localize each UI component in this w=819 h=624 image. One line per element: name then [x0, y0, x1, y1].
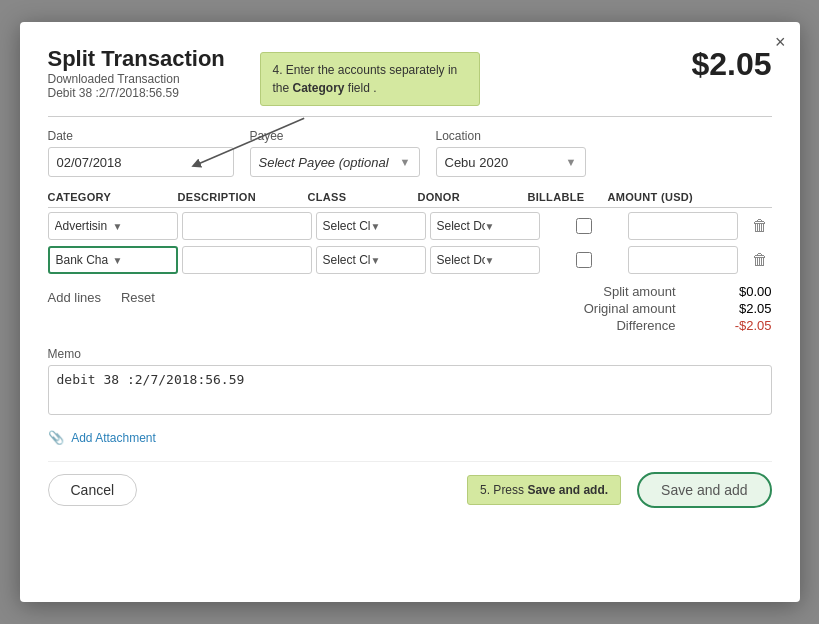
difference-row: Difference -$2.05 [584, 318, 772, 333]
split-transaction-modal: × Split Transaction Downloaded Transacti… [20, 22, 800, 602]
tooltip-bold: Category [293, 81, 345, 95]
donor-value-row2: Select Do [437, 253, 485, 267]
subtitle-line2: Debit 38 :2/7/2018:56.59 [48, 86, 225, 100]
location-value: Cebu 2020 [445, 155, 566, 170]
billable-cell-row2 [544, 252, 624, 268]
description-input-row1[interactable] [182, 212, 312, 240]
delete-row1-button[interactable]: 🗑 [742, 215, 778, 237]
split-amount-row: Split amount $0.00 [584, 284, 772, 299]
class-value-row2: Select Cl [323, 253, 371, 267]
amount-input-row1[interactable] [628, 212, 738, 240]
table-footer-area: Add lines Reset Split amount $0.00 Origi… [48, 284, 772, 347]
reset-button[interactable]: Reset [121, 290, 155, 305]
donor-value-row1: Select Do [437, 219, 485, 233]
category-value-row2: Bank Cha [56, 253, 113, 267]
memo-section: Memo debit 38 :2/7/2018:56.59 [48, 347, 772, 418]
table-row: Advertisin ▼ Select Cl ▼ Select Do ▼ 🗑 [48, 212, 772, 240]
category-caret-row2: ▼ [113, 255, 170, 266]
donor-caret-row1: ▼ [485, 221, 533, 232]
col-description: DESCRIPTION [178, 191, 308, 203]
date-label: Date [48, 129, 234, 143]
class-select-row2[interactable]: Select Cl ▼ [316, 246, 426, 274]
attachment-section: 📎 Add Attachment [48, 430, 772, 445]
category-value-row1: Advertisin [55, 219, 113, 233]
donor-select-row1[interactable]: Select Do ▼ [430, 212, 540, 240]
tooltip-step5: 5. Press Save and add. [467, 475, 621, 505]
header-divider [48, 116, 772, 117]
table-row: Bank Cha ▼ Select Cl ▼ Select Do ▼ 🗑 [48, 246, 772, 274]
add-attachment-link[interactable]: Add Attachment [71, 431, 156, 445]
split-table: CATEGORY DESCRIPTION CLASS DONOR BILLABL… [48, 191, 772, 274]
table-header: CATEGORY DESCRIPTION CLASS DONOR BILLABL… [48, 191, 772, 208]
memo-textarea[interactable]: debit 38 :2/7/2018:56.59 [48, 365, 772, 415]
category-select-row2[interactable]: Bank Cha ▼ [48, 246, 178, 274]
description-input-row2[interactable] [182, 246, 312, 274]
col-amount: AMOUNT (USD) [608, 191, 718, 203]
tooltip2-bold: Save and add. [527, 483, 608, 497]
class-caret-row1: ▼ [371, 221, 419, 232]
col-donor: DONOR [418, 191, 528, 203]
location-field-group: Location Cebu 2020 ▼ [436, 129, 586, 177]
footer-right: 5. Press Save and add. Save and add [467, 472, 771, 508]
split-amount-label: Split amount [603, 284, 675, 299]
payee-caret-icon: ▼ [400, 156, 411, 168]
class-caret-row2: ▼ [371, 255, 419, 266]
tooltip2-text: 5. Press [480, 483, 527, 497]
title-section: Split Transaction Downloaded Transaction… [48, 46, 225, 100]
difference-value: -$2.05 [692, 318, 772, 333]
donor-caret-row2: ▼ [485, 255, 533, 266]
tooltip-text2: field . [345, 81, 377, 95]
paperclip-icon: 📎 [48, 430, 64, 445]
category-caret-row1: ▼ [113, 221, 171, 232]
billable-cell-row1 [544, 218, 624, 234]
original-amount-value: $2.05 [692, 301, 772, 316]
date-field-group: Date [48, 129, 234, 177]
delete-row2-button[interactable]: 🗑 [742, 249, 778, 271]
col-billable: BILLABLE [528, 191, 608, 203]
location-caret-icon: ▼ [566, 156, 577, 168]
difference-label: Difference [616, 318, 675, 333]
col-actions [718, 191, 754, 203]
location-label: Location [436, 129, 586, 143]
original-amount-row: Original amount $2.05 [584, 301, 772, 316]
cancel-button[interactable]: Cancel [48, 474, 138, 506]
subtitle-line1: Downloaded Transaction [48, 72, 225, 86]
col-class: CLASS [308, 191, 418, 203]
memo-label: Memo [48, 347, 772, 361]
table-links: Add lines Reset [48, 290, 155, 305]
class-value-row1: Select Cl [323, 219, 371, 233]
class-select-row1[interactable]: Select Cl ▼ [316, 212, 426, 240]
payee-field-group: Payee Select Payee (optional ▼ [250, 129, 420, 177]
save-and-add-button[interactable]: Save and add [637, 472, 771, 508]
transaction-amount: $2.05 [691, 46, 771, 83]
date-input[interactable] [48, 147, 234, 177]
amount-input-row2[interactable] [628, 246, 738, 274]
location-select[interactable]: Cebu 2020 ▼ [436, 147, 586, 177]
billable-checkbox-row1[interactable] [576, 218, 592, 234]
original-amount-label: Original amount [584, 301, 676, 316]
amounts-summary: Split amount $0.00 Original amount $2.05… [584, 284, 772, 335]
payee-value: Select Payee (optional [259, 155, 400, 170]
payee-select[interactable]: Select Payee (optional ▼ [250, 147, 420, 177]
billable-checkbox-row2[interactable] [576, 252, 592, 268]
fields-row: Date Payee Select Payee (optional ▼ Loca… [48, 129, 772, 177]
modal-title: Split Transaction [48, 46, 225, 72]
donor-select-row2[interactable]: Select Do ▼ [430, 246, 540, 274]
payee-label: Payee [250, 129, 420, 143]
modal-footer: Cancel 5. Press Save and add. Save and a… [48, 461, 772, 508]
category-select-row1[interactable]: Advertisin ▼ [48, 212, 178, 240]
add-lines-button[interactable]: Add lines [48, 290, 101, 305]
tooltip-step4: 4. Enter the accounts separately in the … [260, 52, 480, 106]
col-category: CATEGORY [48, 191, 178, 203]
split-amount-value: $0.00 [692, 284, 772, 299]
close-button[interactable]: × [775, 32, 786, 53]
